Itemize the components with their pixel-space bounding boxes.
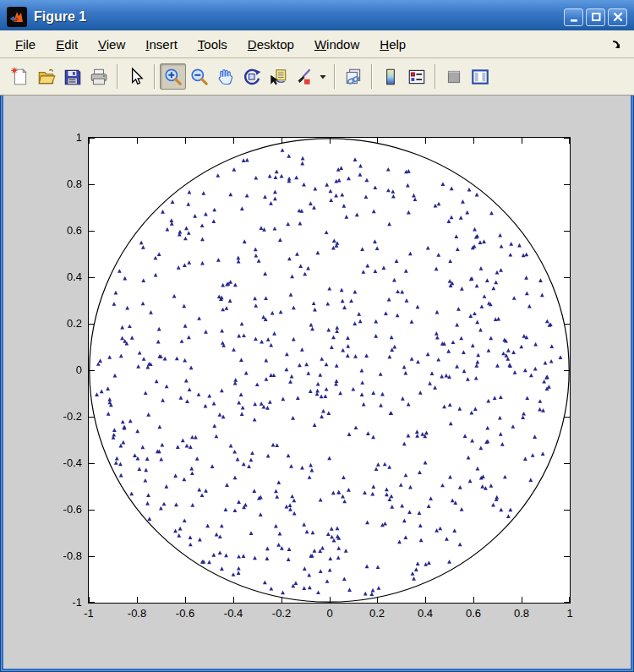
- toolbar-separator: [435, 64, 435, 89]
- y-tick: [89, 602, 95, 603]
- hide-plot-tools-icon: [444, 67, 464, 87]
- y-tick-label: -0.2: [48, 411, 82, 423]
- y-tick: [89, 370, 95, 371]
- x-tick-top: [522, 138, 522, 144]
- title-bar: Figure 1: [0, 0, 634, 30]
- x-tick: [137, 597, 138, 603]
- maximize-icon: [590, 11, 602, 23]
- insert-colorbar-button[interactable]: [377, 63, 403, 90]
- menu-insert[interactable]: Insert: [135, 33, 188, 56]
- menu-help[interactable]: Help: [369, 33, 416, 56]
- hide-plot-tools-button[interactable]: [440, 63, 467, 90]
- rotate-3d-icon: [242, 67, 262, 87]
- x-tick-label: -0.6: [167, 608, 204, 620]
- figure-canvas: -1-0.8-0.6-0.4-0.200.20.40.60.81-1-0.8-0…: [3, 96, 631, 669]
- y-tick-right: [564, 138, 570, 139]
- menu-file[interactable]: File: [5, 33, 46, 56]
- x-tick-label: 0.8: [503, 608, 540, 620]
- y-tick-label: -1: [48, 597, 82, 609]
- x-tick: [377, 597, 378, 603]
- close-button[interactable]: [608, 8, 627, 26]
- maximize-button[interactable]: [586, 8, 605, 26]
- close-icon: [612, 11, 624, 23]
- y-tick-right: [564, 370, 570, 371]
- minimize-button[interactable]: [564, 8, 583, 26]
- figure-window: Figure 1 File Edit View Insert: [0, 0, 634, 672]
- insert-legend-button[interactable]: [403, 63, 429, 90]
- x-tick: [522, 597, 522, 603]
- y-tick-label: 0.2: [48, 318, 82, 330]
- y-tick: [89, 138, 95, 139]
- pan-button[interactable]: [212, 63, 238, 90]
- x-tick-label: 0: [311, 608, 348, 620]
- y-tick-label: 0: [48, 364, 82, 376]
- zoom-in-icon: [163, 67, 183, 87]
- menu-tools[interactable]: Tools: [188, 33, 238, 56]
- print-figure-button[interactable]: [85, 63, 112, 90]
- x-tick-label: 0.4: [407, 608, 444, 620]
- x-tick-top: [569, 138, 570, 144]
- menu-edit[interactable]: Edit: [46, 33, 88, 56]
- y-tick: [89, 510, 95, 511]
- data-cursor-icon: [268, 67, 288, 87]
- brush-icon: [294, 67, 314, 87]
- menu-bar: File Edit View Insert Tools Desktop Wind…: [0, 30, 634, 58]
- edit-plot-button[interactable]: [123, 63, 149, 90]
- y-tick-right: [564, 324, 570, 325]
- y-tick: [89, 324, 95, 325]
- y-tick-label: -0.4: [48, 457, 82, 469]
- y-tick: [89, 463, 95, 464]
- x-tick-label: 1: [551, 608, 588, 620]
- brush-data-button[interactable]: [291, 63, 317, 90]
- open-file-button[interactable]: [33, 63, 59, 90]
- menu-desktop[interactable]: Desktop: [238, 33, 304, 56]
- x-tick: [185, 597, 186, 603]
- x-tick-top: [137, 138, 138, 144]
- link-plots-icon: [343, 67, 363, 87]
- dock-figure-icon[interactable]: [610, 38, 622, 50]
- y-tick-label: 1: [48, 132, 82, 144]
- y-tick-right: [564, 277, 570, 278]
- print-icon: [89, 67, 109, 87]
- pointer-icon: [126, 67, 146, 87]
- new-figure-button[interactable]: [7, 63, 33, 90]
- y-tick: [89, 556, 95, 557]
- x-tick-top: [473, 138, 474, 144]
- zoom-in-button[interactable]: [160, 63, 186, 90]
- x-tick-label: -1: [70, 608, 107, 620]
- toolbar-separator: [371, 64, 372, 89]
- y-tick-right: [564, 184, 570, 185]
- plot-area[interactable]: -1-0.8-0.6-0.4-0.200.20.40.60.81-1-0.8-0…: [88, 137, 571, 604]
- y-tick-label: 0.8: [48, 178, 82, 190]
- rotate-3d-button[interactable]: [238, 63, 265, 90]
- legend-icon: [407, 67, 427, 87]
- x-tick: [233, 597, 234, 603]
- x-tick-label: -0.8: [118, 608, 156, 620]
- x-tick: [425, 597, 426, 603]
- save-figure-button[interactable]: [59, 63, 85, 90]
- menu-window[interactable]: Window: [304, 33, 369, 56]
- y-tick: [89, 184, 95, 185]
- zoom-out-icon: [189, 67, 210, 87]
- y-tick-right: [564, 510, 570, 511]
- show-plot-tools-button[interactable]: [467, 63, 493, 90]
- y-tick-right: [564, 602, 570, 603]
- scatter-plot-canvas: [89, 138, 570, 603]
- x-tick-top: [185, 138, 186, 144]
- toolbar-separator: [154, 64, 155, 89]
- x-tick-label: -0.4: [215, 608, 252, 620]
- x-tick-label: 0.6: [455, 608, 492, 620]
- x-tick: [330, 597, 331, 603]
- y-tick: [89, 417, 95, 418]
- new-figure-icon: [10, 67, 30, 87]
- x-tick-top: [233, 138, 234, 144]
- menu-view[interactable]: View: [88, 33, 135, 56]
- link-plots-button[interactable]: [340, 63, 366, 90]
- data-cursor-button[interactable]: [265, 63, 291, 90]
- open-file-icon: [36, 67, 57, 87]
- zoom-out-button[interactable]: [186, 63, 212, 90]
- brush-dropdown-button[interactable]: [317, 63, 329, 90]
- x-tick-top: [425, 138, 426, 144]
- y-tick-label: -0.6: [48, 504, 82, 516]
- toolbar-separator: [117, 64, 118, 89]
